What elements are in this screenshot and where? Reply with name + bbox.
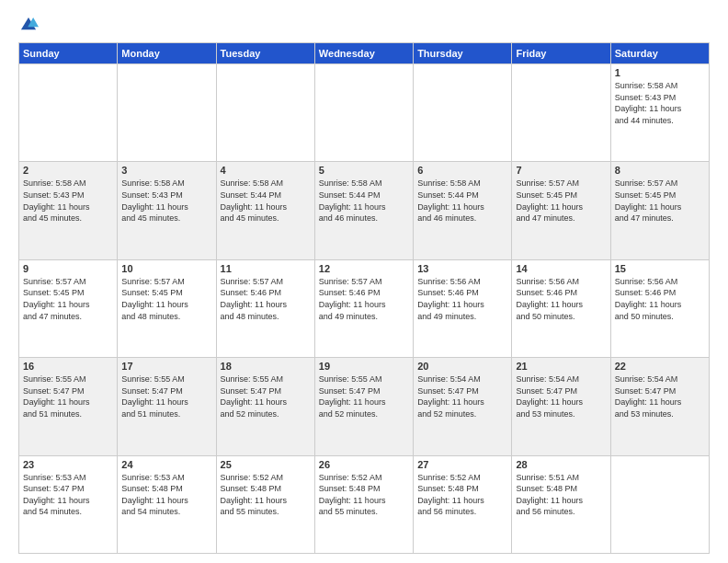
calendar-cell: 7Sunrise: 5:57 AM Sunset: 5:45 PM Daylig…: [512, 162, 610, 259]
calendar-cell: 16Sunrise: 5:55 AM Sunset: 5:47 PM Dayli…: [19, 358, 118, 455]
day-info: Sunrise: 5:58 AM Sunset: 5:44 PM Dayligh…: [319, 178, 409, 224]
day-number: 1: [615, 67, 705, 78]
day-info: Sunrise: 5:55 AM Sunset: 5:47 PM Dayligh…: [23, 373, 113, 419]
calendar-week-row: 2Sunrise: 5:58 AM Sunset: 5:43 PM Daylig…: [19, 162, 710, 259]
day-info: Sunrise: 5:54 AM Sunset: 5:47 PM Dayligh…: [516, 373, 606, 419]
day-number: 13: [417, 263, 507, 274]
calendar-cell: [512, 64, 610, 162]
calendar-cell: 28Sunrise: 5:51 AM Sunset: 5:48 PM Dayli…: [512, 455, 610, 553]
day-number: 4: [221, 165, 311, 176]
day-info: Sunrise: 5:58 AM Sunset: 5:43 PM Dayligh…: [121, 178, 211, 224]
day-number: 20: [417, 361, 507, 372]
weekday-header-saturday: Saturday: [610, 43, 709, 64]
calendar-cell: [610, 455, 709, 553]
calendar-cell: 4Sunrise: 5:58 AM Sunset: 5:44 PM Daylig…: [216, 162, 314, 259]
logo: [18, 15, 42, 35]
day-info: Sunrise: 5:58 AM Sunset: 5:44 PM Dayligh…: [417, 178, 507, 224]
day-number: 7: [516, 165, 606, 176]
weekday-header-friday: Friday: [512, 43, 610, 64]
calendar-cell: [118, 64, 216, 162]
day-number: 28: [516, 459, 606, 470]
weekday-header-sunday: Sunday: [19, 43, 118, 64]
weekday-header-wednesday: Wednesday: [314, 43, 413, 64]
day-info: Sunrise: 5:52 AM Sunset: 5:48 PM Dayligh…: [417, 472, 507, 518]
day-number: 9: [23, 263, 113, 274]
calendar-cell: 25Sunrise: 5:52 AM Sunset: 5:48 PM Dayli…: [216, 455, 314, 553]
calendar-cell: 14Sunrise: 5:56 AM Sunset: 5:46 PM Dayli…: [512, 259, 610, 357]
day-number: 25: [221, 459, 311, 470]
day-number: 12: [319, 263, 409, 274]
day-info: Sunrise: 5:55 AM Sunset: 5:47 PM Dayligh…: [121, 373, 211, 419]
day-number: 16: [23, 361, 113, 372]
day-number: 26: [319, 459, 409, 470]
calendar-cell: 8Sunrise: 5:57 AM Sunset: 5:45 PM Daylig…: [610, 162, 709, 259]
day-info: Sunrise: 5:53 AM Sunset: 5:48 PM Dayligh…: [121, 472, 211, 518]
calendar-cell: [216, 64, 314, 162]
weekday-header-tuesday: Tuesday: [216, 43, 314, 64]
calendar-week-row: 9Sunrise: 5:57 AM Sunset: 5:45 PM Daylig…: [19, 259, 710, 357]
calendar-cell: 23Sunrise: 5:53 AM Sunset: 5:47 PM Dayli…: [19, 455, 118, 553]
day-number: 15: [615, 263, 705, 274]
day-number: 5: [319, 165, 409, 176]
logo-icon: [18, 15, 39, 35]
day-number: 21: [516, 361, 606, 372]
calendar-week-row: 16Sunrise: 5:55 AM Sunset: 5:47 PM Dayli…: [19, 358, 710, 455]
day-number: 6: [417, 165, 507, 176]
calendar-cell: 20Sunrise: 5:54 AM Sunset: 5:47 PM Dayli…: [414, 358, 512, 455]
day-info: Sunrise: 5:58 AM Sunset: 5:44 PM Dayligh…: [221, 178, 311, 224]
calendar-cell: 17Sunrise: 5:55 AM Sunset: 5:47 PM Dayli…: [118, 358, 216, 455]
calendar-cell: 9Sunrise: 5:57 AM Sunset: 5:45 PM Daylig…: [19, 259, 118, 357]
day-number: 17: [121, 361, 211, 372]
calendar-cell: 22Sunrise: 5:54 AM Sunset: 5:47 PM Dayli…: [610, 358, 709, 455]
day-number: 8: [615, 165, 705, 176]
weekday-header-row: SundayMondayTuesdayWednesdayThursdayFrid…: [19, 43, 710, 64]
day-info: Sunrise: 5:57 AM Sunset: 5:45 PM Dayligh…: [23, 276, 113, 322]
day-info: Sunrise: 5:55 AM Sunset: 5:47 PM Dayligh…: [319, 373, 409, 419]
day-number: 19: [319, 361, 409, 372]
day-number: 22: [615, 361, 705, 372]
calendar-cell: 3Sunrise: 5:58 AM Sunset: 5:43 PM Daylig…: [118, 162, 216, 259]
day-number: 24: [121, 459, 211, 470]
day-number: 10: [121, 263, 211, 274]
day-info: Sunrise: 5:57 AM Sunset: 5:46 PM Dayligh…: [319, 276, 409, 322]
day-info: Sunrise: 5:52 AM Sunset: 5:48 PM Dayligh…: [221, 472, 311, 518]
day-info: Sunrise: 5:58 AM Sunset: 5:43 PM Dayligh…: [615, 80, 705, 126]
day-info: Sunrise: 5:51 AM Sunset: 5:48 PM Dayligh…: [516, 472, 606, 518]
day-info: Sunrise: 5:57 AM Sunset: 5:45 PM Dayligh…: [121, 276, 211, 322]
day-number: 14: [516, 263, 606, 274]
calendar-cell: 6Sunrise: 5:58 AM Sunset: 5:44 PM Daylig…: [414, 162, 512, 259]
calendar-cell: 12Sunrise: 5:57 AM Sunset: 5:46 PM Dayli…: [314, 259, 413, 357]
calendar-cell: 11Sunrise: 5:57 AM Sunset: 5:46 PM Dayli…: [216, 259, 314, 357]
header: [18, 15, 710, 35]
calendar-cell: 18Sunrise: 5:55 AM Sunset: 5:47 PM Dayli…: [216, 358, 314, 455]
calendar-week-row: 1Sunrise: 5:58 AM Sunset: 5:43 PM Daylig…: [19, 64, 710, 162]
calendar-cell: [414, 64, 512, 162]
calendar-cell: 26Sunrise: 5:52 AM Sunset: 5:48 PM Dayli…: [314, 455, 413, 553]
calendar-cell: 21Sunrise: 5:54 AM Sunset: 5:47 PM Dayli…: [512, 358, 610, 455]
weekday-header-thursday: Thursday: [414, 43, 512, 64]
calendar-cell: 24Sunrise: 5:53 AM Sunset: 5:48 PM Dayli…: [118, 455, 216, 553]
day-info: Sunrise: 5:57 AM Sunset: 5:45 PM Dayligh…: [615, 178, 705, 224]
weekday-header-monday: Monday: [118, 43, 216, 64]
day-info: Sunrise: 5:55 AM Sunset: 5:47 PM Dayligh…: [221, 373, 311, 419]
calendar-cell: 10Sunrise: 5:57 AM Sunset: 5:45 PM Dayli…: [118, 259, 216, 357]
day-number: 3: [121, 165, 211, 176]
day-number: 23: [23, 459, 113, 470]
calendar-table: SundayMondayTuesdayWednesdayThursdayFrid…: [18, 42, 710, 554]
day-info: Sunrise: 5:57 AM Sunset: 5:46 PM Dayligh…: [221, 276, 311, 322]
calendar-cell: [314, 64, 413, 162]
calendar-cell: 27Sunrise: 5:52 AM Sunset: 5:48 PM Dayli…: [414, 455, 512, 553]
day-number: 11: [221, 263, 311, 274]
calendar-cell: 13Sunrise: 5:56 AM Sunset: 5:46 PM Dayli…: [414, 259, 512, 357]
day-info: Sunrise: 5:57 AM Sunset: 5:45 PM Dayligh…: [516, 178, 606, 224]
page: SundayMondayTuesdayWednesdayThursdayFrid…: [0, 0, 728, 563]
calendar-cell: 19Sunrise: 5:55 AM Sunset: 5:47 PM Dayli…: [314, 358, 413, 455]
day-info: Sunrise: 5:53 AM Sunset: 5:47 PM Dayligh…: [23, 472, 113, 518]
day-number: 18: [221, 361, 311, 372]
day-info: Sunrise: 5:56 AM Sunset: 5:46 PM Dayligh…: [516, 276, 606, 322]
day-info: Sunrise: 5:56 AM Sunset: 5:46 PM Dayligh…: [615, 276, 705, 322]
calendar-cell: 1Sunrise: 5:58 AM Sunset: 5:43 PM Daylig…: [610, 64, 709, 162]
day-number: 27: [417, 459, 507, 470]
day-info: Sunrise: 5:54 AM Sunset: 5:47 PM Dayligh…: [417, 373, 507, 419]
day-info: Sunrise: 5:52 AM Sunset: 5:48 PM Dayligh…: [319, 472, 409, 518]
